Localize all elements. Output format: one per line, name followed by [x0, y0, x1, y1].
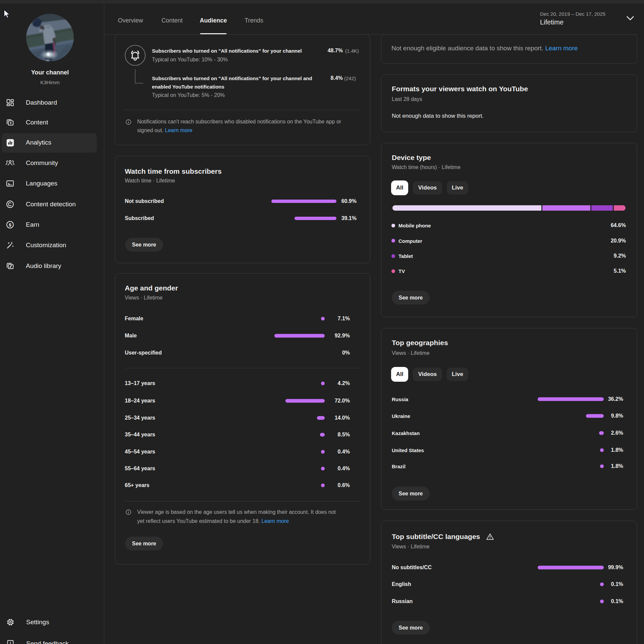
svg-text:$: $: [9, 222, 11, 227]
